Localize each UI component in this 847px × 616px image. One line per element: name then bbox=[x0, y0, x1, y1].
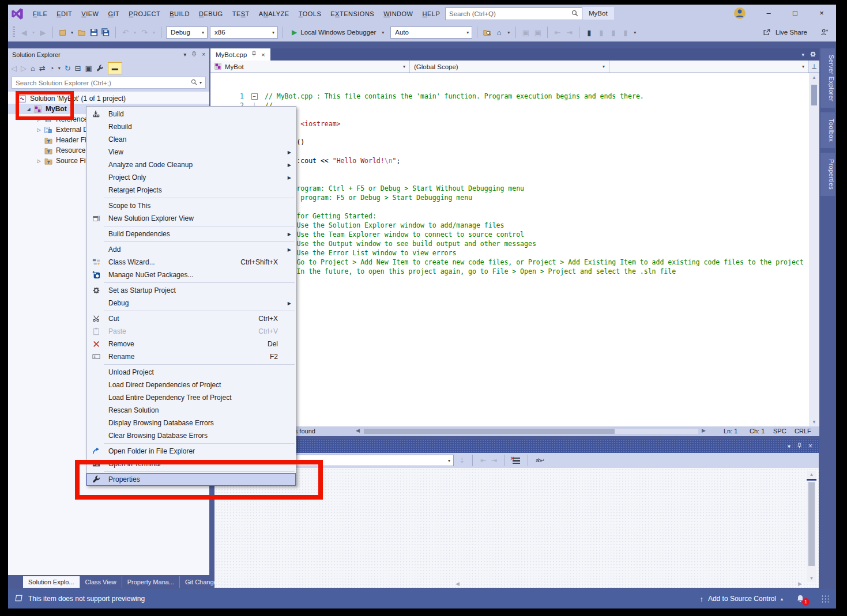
menu-tools[interactable]: TOOLS bbox=[294, 8, 326, 20]
menu-window[interactable]: WINDOW bbox=[379, 8, 417, 20]
sync-with-active-document-icon[interactable]: ⇄ bbox=[39, 64, 46, 73]
context-menu-item-rebuild[interactable]: Rebuild bbox=[86, 120, 296, 133]
debug-target-combo[interactable]: Auto ▾ bbox=[390, 27, 472, 39]
context-menu-item-remove[interactable]: RemoveDel bbox=[86, 338, 296, 350]
close-icon[interactable]: × bbox=[808, 442, 812, 450]
properties-wrench-icon[interactable] bbox=[96, 65, 104, 72]
context-menu-item-set-as-startup-project[interactable]: Set as Startup Project bbox=[86, 284, 296, 297]
context-menu-item-add[interactable]: Add▶ bbox=[86, 243, 296, 256]
context-menu-item-build[interactable]: Build bbox=[86, 108, 296, 120]
scroll-down-icon[interactable]: ▼ bbox=[807, 576, 816, 581]
next-bookmark-icon[interactable]: ▮ bbox=[608, 28, 618, 37]
context-menu-item-new-solution-explorer-view[interactable]: New Solution Explorer View bbox=[86, 212, 296, 225]
context-menu-item-debug[interactable]: Debug▶ bbox=[86, 297, 296, 309]
active-files-dropdown-icon[interactable]: ▾ bbox=[801, 52, 804, 58]
toggle-bookmark-icon[interactable]: ▮ bbox=[584, 28, 594, 37]
code-editor[interactable]: 1−// MyBot.cpp : This file contains the … bbox=[210, 73, 809, 426]
split-window-handle[interactable]: ⊥ bbox=[809, 61, 819, 73]
menu-analyze[interactable]: ANALYZE bbox=[254, 8, 294, 20]
forward-icon[interactable]: ▷ bbox=[21, 64, 27, 73]
close-icon[interactable]: × bbox=[261, 51, 265, 58]
menu-help[interactable]: HELP bbox=[417, 8, 445, 20]
scrollbar-thumb[interactable] bbox=[364, 429, 615, 434]
tool-tab-properties[interactable]: Properties bbox=[820, 153, 835, 196]
show-all-files-toggle[interactable]: ▬ bbox=[108, 62, 122, 74]
open-file-icon[interactable] bbox=[77, 28, 86, 36]
new-project-icon[interactable] bbox=[58, 28, 67, 36]
close-icon[interactable]: × bbox=[202, 51, 205, 58]
tab-class-view[interactable]: Class View bbox=[80, 576, 122, 588]
new-project-dropdown-icon[interactable]: ▾ bbox=[70, 30, 74, 35]
solution-name-badge[interactable]: MyBot bbox=[582, 7, 614, 20]
save-icon[interactable] bbox=[89, 28, 99, 36]
previous-message-icon[interactable]: ⇤ bbox=[480, 456, 486, 464]
increase-indent-icon[interactable]: ⇥ bbox=[564, 28, 574, 37]
context-menu-item-retarget-projects[interactable]: Retarget Projects bbox=[86, 184, 296, 196]
refresh-icon[interactable]: ↻ bbox=[65, 64, 71, 73]
toolbar-overflow-icon[interactable]: ▾ bbox=[633, 30, 637, 35]
context-menu-item-view[interactable]: View▶ bbox=[86, 146, 296, 158]
copy-parent-icon[interactable]: ▣ bbox=[521, 28, 530, 37]
redo-dropdown-icon[interactable]: ▾ bbox=[152, 30, 156, 35]
solution-explorer-search-input[interactable]: Search Solution Explorer (Ctrl+;) ▾ bbox=[12, 77, 206, 89]
menu-build[interactable]: BUILD bbox=[165, 8, 194, 20]
previous-bookmark-icon[interactable]: ▮ bbox=[596, 28, 606, 37]
document-tab-mybot-cpp[interactable]: MyBot.cpp × bbox=[210, 48, 270, 61]
navigate-forward-icon[interactable]: ▶ bbox=[38, 28, 48, 37]
scroll-down-icon[interactable]: ▼ bbox=[809, 420, 819, 425]
editor-vertical-scrollbar[interactable]: ▲ ▼ bbox=[809, 73, 819, 426]
menu-git[interactable]: GIT bbox=[103, 8, 124, 20]
output-vertical-scrollbar[interactable]: ▲ ▼ bbox=[807, 471, 816, 582]
toolbar-overflow-icon[interactable]: ▾ bbox=[506, 30, 511, 35]
send-feedback-icon[interactable] bbox=[819, 28, 829, 36]
navigate-backward-dropdown-icon[interactable]: ▾ bbox=[31, 30, 36, 35]
start-debugging-button[interactable]: ▶ Local Windows Debugger ▾ bbox=[288, 26, 388, 39]
tool-tab-server-explorer[interactable]: Server Explorer bbox=[820, 48, 835, 108]
minimize-button[interactable]: – bbox=[755, 5, 782, 21]
context-menu-item-open-folder-in-file-explorer[interactable]: Open Folder in File Explorer bbox=[86, 445, 296, 458]
undo-icon[interactable]: ↶ bbox=[121, 28, 130, 37]
context-menu-item-manage-nuget-packages[interactable]: Manage NuGet Packages... bbox=[86, 269, 296, 281]
clear-bookmarks-icon[interactable]: ▮ bbox=[620, 28, 630, 37]
scroll-left-icon[interactable]: ◀ bbox=[456, 581, 460, 587]
menu-view[interactable]: VIEW bbox=[77, 8, 103, 20]
context-menu-item-load-direct-dependencies-of-project[interactable]: Load Direct Dependencies of Project bbox=[86, 379, 296, 391]
tree-collapsed-arrow-icon[interactable]: ▷ bbox=[35, 158, 43, 164]
window-position-dropdown-icon[interactable]: ▾ bbox=[183, 51, 186, 58]
scroll-right-icon[interactable]: ▶ bbox=[798, 581, 802, 587]
context-menu-item-analyze-and-code-cleanup[interactable]: Analyze and Code Cleanup▶ bbox=[86, 158, 296, 171]
menu-edit[interactable]: EDIT bbox=[52, 8, 77, 20]
back-icon[interactable]: ◁ bbox=[11, 64, 17, 73]
expand-icon[interactable]: ▴ bbox=[781, 596, 783, 602]
menu-project[interactable]: PROJECT bbox=[124, 8, 165, 20]
clear-all-icon[interactable]: × bbox=[513, 458, 520, 464]
tab-solution-explo[interactable]: Solution Explo... bbox=[23, 576, 80, 588]
editor-horizontal-scrollbar[interactable] bbox=[364, 429, 698, 434]
collapse-all-icon[interactable]: ⊟ bbox=[75, 64, 81, 73]
undo-dropdown-icon[interactable]: ▾ bbox=[133, 30, 137, 35]
scrollbar-thumb[interactable] bbox=[808, 482, 815, 566]
pin-icon[interactable] bbox=[251, 51, 257, 58]
context-menu-item-scope-to-this[interactable]: Scope to This bbox=[86, 199, 296, 212]
close-button[interactable]: × bbox=[808, 5, 835, 21]
scroll-up-icon[interactable]: ▲ bbox=[809, 75, 819, 80]
scroll-left-icon[interactable]: ◀ bbox=[356, 428, 360, 433]
context-menu-item-unload-project[interactable]: Unload Project bbox=[86, 366, 296, 379]
tool-tab-toolbox[interactable]: Toolbox bbox=[820, 112, 835, 148]
fold-collapse-icon[interactable]: − bbox=[244, 92, 265, 101]
menu-file[interactable]: FILE bbox=[28, 8, 52, 20]
quick-launch-search[interactable]: Search (Ctrl+Q) bbox=[445, 7, 582, 20]
context-menu-item-project-only[interactable]: Project Only▶ bbox=[86, 171, 296, 184]
word-wrap-icon[interactable]: ab↵ bbox=[536, 458, 544, 463]
context-menu-item-build-dependencies[interactable]: Build Dependencies▶ bbox=[86, 228, 296, 240]
pin-icon[interactable] bbox=[797, 443, 802, 450]
preview-selected-items-icon[interactable]: ▣ bbox=[85, 64, 92, 73]
context-menu-item-paste[interactable]: PasteCtrl+V bbox=[86, 325, 296, 338]
menu-test[interactable]: TEST bbox=[228, 8, 254, 20]
decrease-indent-icon[interactable]: ⇤ bbox=[552, 28, 562, 37]
navigate-backward-icon[interactable]: ◀ bbox=[19, 28, 29, 37]
context-menu-item-cut[interactable]: CutCtrl+X bbox=[86, 312, 296, 325]
context-menu-item-display-browsing-database-errors[interactable]: Display Browsing Database Errors bbox=[86, 417, 296, 429]
live-share-label[interactable]: Live Share bbox=[776, 29, 807, 36]
solution-configurations-combo[interactable]: Debug ▾ bbox=[166, 27, 208, 39]
